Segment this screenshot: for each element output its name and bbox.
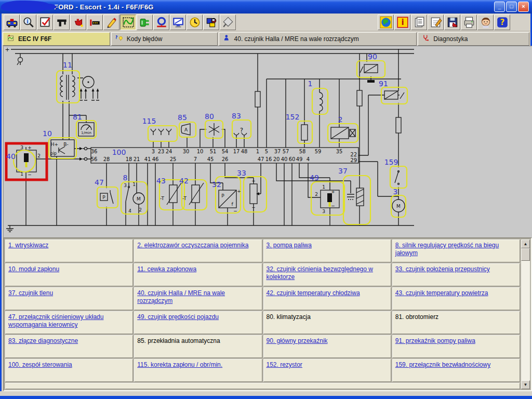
legend-cell: 1. wtryskiwacz xyxy=(5,240,133,262)
component-link[interactable]: 91. przekaźnik pompy paliwa xyxy=(395,337,475,344)
legend-cell: 10. moduł zapłonu xyxy=(5,263,133,286)
component-link[interactable]: 8. silnik regulujący prędkość na biegu j… xyxy=(395,242,499,257)
monitor-icon xyxy=(172,16,184,29)
help-button[interactable]: ? xyxy=(494,15,510,30)
tab-40-czujnik-halla-mre-na-wale-rozrz-dczym[interactable]: 40. czujnik Halla / MRE na wale rozrządc… xyxy=(219,32,417,46)
tab-diagnostyka[interactable]: Diagnostyka xyxy=(418,32,529,46)
component-link[interactable]: 1. wtryskiwacz xyxy=(8,242,48,249)
diagram-text: 36 xyxy=(91,149,98,154)
tab-diagram-icon xyxy=(7,34,16,44)
info-button[interactable]: i xyxy=(394,15,410,30)
diagram-text: 37 xyxy=(274,149,281,154)
diagram-text: 42 xyxy=(179,177,189,185)
paint-button[interactable] xyxy=(203,15,219,30)
feeler-gauge-button[interactable] xyxy=(87,15,103,30)
component-link[interactable]: 100. zespół sterowania xyxy=(8,361,72,368)
maximize-button[interactable]: □ xyxy=(506,2,517,12)
diagram-text: 90 xyxy=(368,52,377,61)
scroll-up-button[interactable]: ▲ xyxy=(521,240,530,248)
component-link[interactable]: 3. pompa paliwa xyxy=(267,242,312,249)
legend-cell: 3. pompa paliwa xyxy=(263,240,391,262)
legend-cell: 85. przekładnia automatyczna xyxy=(134,335,262,358)
documents-button[interactable] xyxy=(411,15,427,30)
app-window: FORD - Escort - 1.4i - F6F/F6G _□× i i? … xyxy=(0,0,532,399)
globe-button[interactable] xyxy=(378,15,394,30)
diagram-text: pip xyxy=(50,151,57,156)
legend-cell: 33. czujnik położenia przepustnicy xyxy=(392,263,520,286)
checklist-button[interactable] xyxy=(37,15,53,30)
component-link[interactable]: 10. moduł zapłonu xyxy=(8,265,59,273)
component-link[interactable]: 115. korekta zapłonu / obr/min. xyxy=(137,361,222,368)
diagram-text: 45 xyxy=(207,156,214,162)
caliper-button[interactable] xyxy=(54,15,70,30)
car-lift-button[interactable] xyxy=(153,15,169,30)
diagram-text: 48 xyxy=(241,149,248,154)
report-button[interactable] xyxy=(428,15,444,30)
diagram-text: 21 xyxy=(134,156,140,162)
legend-cell: 43. czujnik temperatury powietrza xyxy=(392,287,520,310)
legend-cell: 159. przełącznik bezwładnościowy xyxy=(392,359,520,382)
report-icon xyxy=(430,16,442,29)
tab-label: 40. czujnik Halla / MRE na wale rozrządc… xyxy=(234,35,359,43)
magnifier-info-button[interactable]: i xyxy=(20,15,36,30)
tab-eec-iv-f6f[interactable]: EEC IV F6F xyxy=(3,32,110,46)
clock-icon xyxy=(189,16,201,29)
diagram-text: 4 xyxy=(128,208,131,214)
print-button[interactable] xyxy=(461,15,477,30)
minimize-button[interactable]: _ xyxy=(494,2,505,12)
diagram-text: 18 xyxy=(126,156,132,162)
legend-scrollbar[interactable]: ▲ ▼ xyxy=(521,240,530,389)
diagram-text: P xyxy=(221,193,224,198)
diagram-text: 57 xyxy=(283,149,289,154)
caliper-icon xyxy=(56,16,68,29)
diagram-text: 2 xyxy=(338,115,343,124)
component-label: 80. klimatyzacja xyxy=(267,313,311,321)
component-link[interactable]: 2. elektrozawór oczyszczania pojemnika xyxy=(137,242,248,249)
diagram-text: 29 xyxy=(350,157,357,163)
component-link[interactable]: 33. czujnik położenia przepustnicy xyxy=(395,265,490,273)
assistant-button[interactable] xyxy=(477,15,494,30)
component-link[interactable]: 32. czujnik ciśnienia bezwzględnego w ko… xyxy=(267,265,373,281)
component-link[interactable]: 42. czujnik temperatury chłodziwa xyxy=(267,289,360,297)
diagram-text: -T xyxy=(160,196,164,201)
component-link[interactable]: 40. czujnik Halla / MRE na wale rozrządc… xyxy=(137,289,225,304)
oscilloscope-button[interactable] xyxy=(120,15,136,30)
title-bar: FORD - Escort - 1.4i - F6F/F6G _□× xyxy=(0,0,532,14)
car-icon xyxy=(6,16,18,29)
oil-can-button[interactable] xyxy=(70,15,86,30)
component-link[interactable]: 159. przełącznik bezwładnościowy xyxy=(395,361,490,368)
component-link[interactable]: 49. czujnik prędkości pojazdu xyxy=(137,313,219,321)
wiring-diagram[interactable]: 1181104010011585808390911215215934784342… xyxy=(5,47,529,237)
legend-cell: 90. główny przekaźnik xyxy=(263,335,391,358)
component-link[interactable]: 43. czujnik temperatury powietrza xyxy=(395,289,488,297)
legend-cell: 37. czujnik tlenu xyxy=(5,287,133,310)
tab-bar: EEC IV F6F?Kody błędów40. czujnik Halla … xyxy=(2,32,530,46)
pencil-button[interactable] xyxy=(103,15,119,30)
component-link[interactable]: 152. rezystor xyxy=(267,361,302,368)
scrollbar-track[interactable] xyxy=(521,261,530,380)
car-button[interactable] xyxy=(4,15,20,30)
monitor-button[interactable] xyxy=(170,15,186,30)
save-button[interactable] xyxy=(444,15,460,30)
component-link[interactable]: 37. czujnik tlenu xyxy=(8,289,53,297)
diagram-text: 20 xyxy=(273,156,280,162)
component-link[interactable]: 11. cewka zapłonowa xyxy=(137,265,196,273)
diagram-text: 80 xyxy=(205,112,214,121)
main-toolbar: i i? xyxy=(2,14,530,31)
diagram-text: -T xyxy=(182,196,187,201)
wiring-diagram-panel[interactable]: 1181104010011585808390911215215934784342… xyxy=(3,46,532,237)
close-button[interactable]: × xyxy=(518,2,529,12)
component-link[interactable]: 83. złącze diagnostyczne xyxy=(8,337,78,344)
diagram-text: H+ xyxy=(51,142,58,147)
component-link[interactable]: 90. główny przekaźnik xyxy=(267,337,328,344)
clock-button[interactable] xyxy=(187,15,203,30)
diagram-text: 7 xyxy=(194,156,197,162)
diagram-text: − xyxy=(331,203,335,208)
spade-button[interactable] xyxy=(220,15,236,30)
diagram-text: 100 xyxy=(112,148,126,156)
component-link[interactable]: 47. przełącznik ciśnieniowy układu wspom… xyxy=(8,313,103,328)
scroll-down-button[interactable]: ▼ xyxy=(521,380,530,389)
scrollbar-thumb[interactable] xyxy=(521,248,530,261)
connector-button[interactable] xyxy=(137,15,153,30)
tab-kody-b-d-w[interactable]: ?Kody błędów xyxy=(111,32,218,46)
